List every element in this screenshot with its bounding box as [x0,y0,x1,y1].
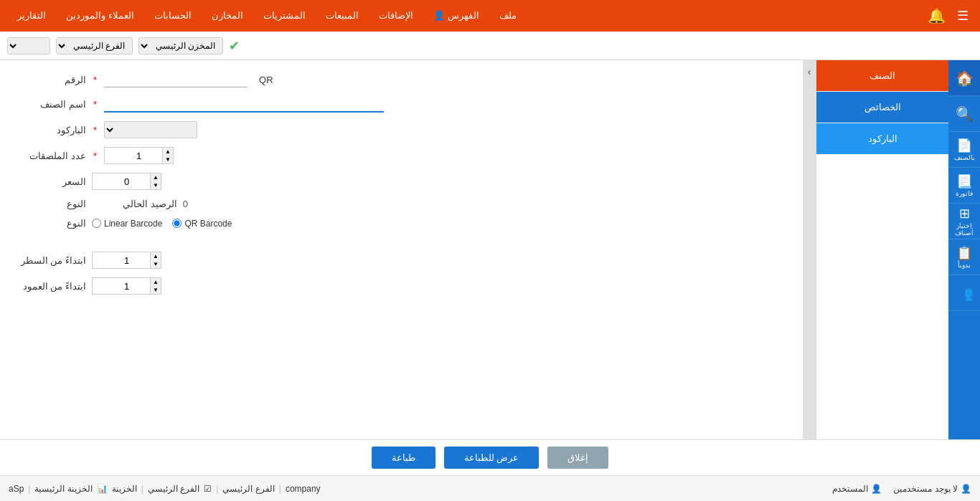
type-label-2: النوع [14,218,86,229]
start-row-row: ▲ ▼ 1 ابتداءً من السطر [14,252,788,269]
barcode-type-group: Linear Barcode QR Barcode [92,219,232,229]
by-item-label: بالصنف [954,154,975,161]
start-row-input[interactable]: 1 [93,253,150,268]
nav-item-accounts[interactable]: الحسابات [144,0,202,32]
content-area: QR * الرقم * اسم الصنف * الباركود [0,60,803,475]
linear-barcode-radio[interactable] [92,219,101,228]
qr-input[interactable] [104,72,248,87]
start-col-down[interactable]: ▼ [150,286,161,294]
sticker-count-field: ▲ ▼ 1 [104,147,174,164]
start-col-row: ▲ ▼ 1 ابتداءً من العمود [14,277,788,295]
invoice-button[interactable]: 📃 فاتورة [948,168,980,204]
invoice-icon: 📃 [956,173,972,189]
search-button[interactable]: 🔍 [948,96,980,132]
linear-barcode-label: Linear Barcode [104,219,162,229]
item-name-input[interactable] [104,96,384,113]
toolbar-row: ✔ المخزن الرئيسي الفرع الرئيسي [0,32,980,60]
barcode-select[interactable] [104,121,197,138]
start-col-input[interactable]: 1 [93,279,150,294]
barcode-row: * الباركود [14,121,788,138]
extra-select[interactable] [7,37,50,54]
footer-buttons: إغلاق عرض للطباعة طباعة [0,439,980,475]
item-name-row: * اسم الصنف [14,96,788,113]
confirm-button[interactable]: ✔ [229,38,240,54]
nav-item-purchases[interactable]: المشتريات [253,0,316,32]
qr-label: QR [259,75,273,85]
tab-props[interactable]: الخصائص [816,92,948,123]
nav-item-reports[interactable]: التقارير [7,0,56,32]
main-treasury-label: الخزينة الرئيسية [34,484,92,494]
type-label: النوع [14,199,86,209]
sticker-count-input[interactable]: 1 [105,148,162,163]
user-label: المستخدم [832,484,868,494]
branch-select[interactable]: الفرع الرئيسي [56,37,133,54]
start-row-field: ▲ ▼ 1 [92,252,161,269]
sticker-count-down[interactable]: ▼ [162,156,173,163]
branch-status: الفرع الرئيسي [148,484,199,494]
nav-item-file[interactable]: ملف [489,0,527,32]
fast-access-panel: 🏠 🔍 📄 بالصنف 📃 فاتورة ⊞ اختيار أصناف 📋 ي… [948,60,980,475]
price-field: ▲ ▼ 0 [92,173,161,190]
choose-items-label: اختيار أصناف [948,222,980,237]
tab-item[interactable]: الصنف [816,60,948,92]
notifications-button[interactable]: 🔔 [923,0,950,32]
by-item-button[interactable]: 📄 بالصنف [948,132,980,168]
home-button[interactable]: 🏠 [948,60,980,96]
qr-barcode-radio[interactable] [172,219,182,228]
price-down[interactable]: ▼ [150,181,161,189]
warehouse-select[interactable]: المخزن الرئيسي [138,37,223,54]
start-col-up[interactable]: ▲ [150,278,161,286]
user-icon: 👤 [961,484,971,494]
print-button[interactable]: طباعة [372,447,435,469]
company-label: company [286,484,321,494]
tab-barcode[interactable]: الباركود [816,123,948,155]
price-up[interactable]: ▲ [150,173,161,181]
menu-toggle-button[interactable]: ☰ [953,0,973,32]
manual-button[interactable]: 📋 يدوياً [948,239,980,275]
start-row-label: ابتداءً من السطر [14,255,86,266]
collapse-panel[interactable]: › [803,60,816,475]
nav-item-sales[interactable]: المبيعات [316,0,369,32]
document-icon: 📄 [956,138,972,153]
price-input[interactable]: 0 [93,174,150,189]
print-preview-button[interactable]: عرض للطباعة [444,447,540,469]
number-row: QR * الرقم [14,72,788,87]
asp-label: aSp [9,484,24,494]
choose-items-button[interactable]: ⊞ اختيار أصناف [948,204,980,239]
start-row-up[interactable]: ▲ [150,252,161,260]
item-form: QR * الرقم * اسم الصنف * الباركود [14,72,788,295]
price-label: السعر [14,176,86,187]
start-row-down[interactable]: ▼ [150,260,161,268]
status-bar: 👤 لا يوجد مستخدمين 👤 المستخدم company | … [0,475,980,501]
linear-barcode-option[interactable]: Linear Barcode [92,219,162,229]
no-users-status: 👤 لا يوجد مستخدمين [893,484,971,494]
close-button[interactable]: إغلاق [547,447,608,469]
nav-menu: ملف الفهرس 👤 الإضافات المبيعات المشتريات… [7,0,527,32]
sticker-count-up[interactable]: ▲ [162,148,173,156]
balance-value: 0 [183,199,188,209]
number-label: الرقم [14,75,86,85]
type-balance-row: 0 الرصيد الحالي النوع [14,199,788,209]
item-name-label: اسم الصنف [14,99,86,110]
grid-icon: ⊞ [959,206,970,221]
top-navigation: ☰ 🔔 ملف الفهرس 👤 الإضافات المبيعات المشت… [0,0,980,32]
invoice-label: فاتورة [956,190,973,197]
nav-item-index[interactable]: الفهرس 👤 [423,0,489,32]
main-branch-label: الفرع الرئيسي [222,484,274,494]
no-users-label: لا يوجد مستخدمين [893,484,958,494]
nav-item-warehouses[interactable]: المخازن [202,0,253,32]
branch-checkbox-icon: ☑ [204,484,212,494]
contacts-button[interactable]: 👥 [948,275,980,311]
balance-label: الرصيد الحالي [105,199,177,209]
start-col-label: ابتداءً من العمود [14,281,86,292]
nav-item-additions[interactable]: الإضافات [369,0,423,32]
qr-barcode-option[interactable]: QR Barcode [172,219,232,229]
barcode-type-row: Linear Barcode QR Barcode النوع [14,218,788,229]
warehouse-status-label: الخزينة [112,484,137,494]
nav-item-clients[interactable]: العملاء والموردين [56,0,144,32]
person-icon: 👤 [433,0,445,32]
chart-icon: 📊 [97,484,108,494]
manual-icon: 📋 [956,245,972,261]
qr-barcode-label: QR Barcode [184,219,232,229]
panel-tabs: الصنف الخصائص الباركود [816,60,948,475]
